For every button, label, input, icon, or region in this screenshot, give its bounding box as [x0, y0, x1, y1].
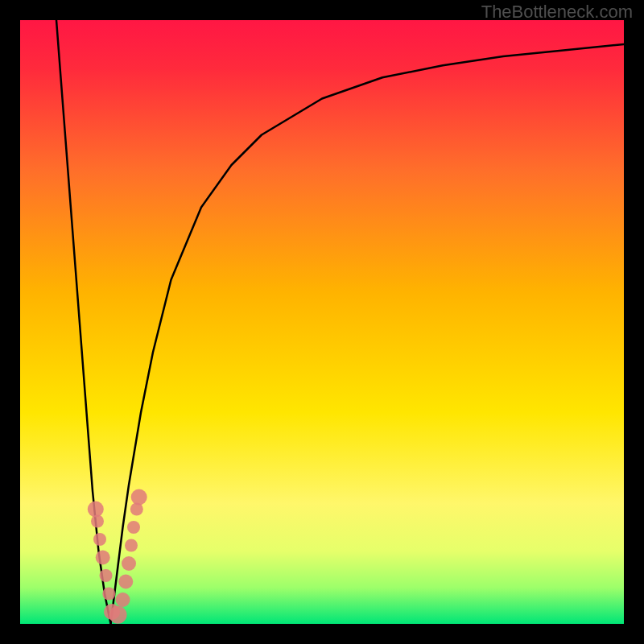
marker-point: [116, 592, 130, 607]
marker-point: [96, 551, 110, 565]
marker-point: [100, 569, 113, 582]
chart-frame: [20, 20, 624, 624]
marker-point: [109, 606, 127, 624]
marker-point: [118, 575, 133, 589]
chart-container: TheBottleneck.com: [0, 0, 644, 644]
chart-svg: [20, 20, 624, 624]
marker-point: [127, 521, 140, 534]
marker-point: [88, 502, 104, 518]
gradient-background: [20, 20, 624, 624]
marker-point: [125, 539, 138, 552]
watermark-text: TheBottleneck.com: [481, 2, 633, 23]
marker-point: [91, 515, 104, 528]
marker-point: [122, 556, 136, 571]
marker-point: [93, 533, 106, 546]
marker-point: [131, 489, 147, 506]
marker-point: [102, 588, 115, 601]
